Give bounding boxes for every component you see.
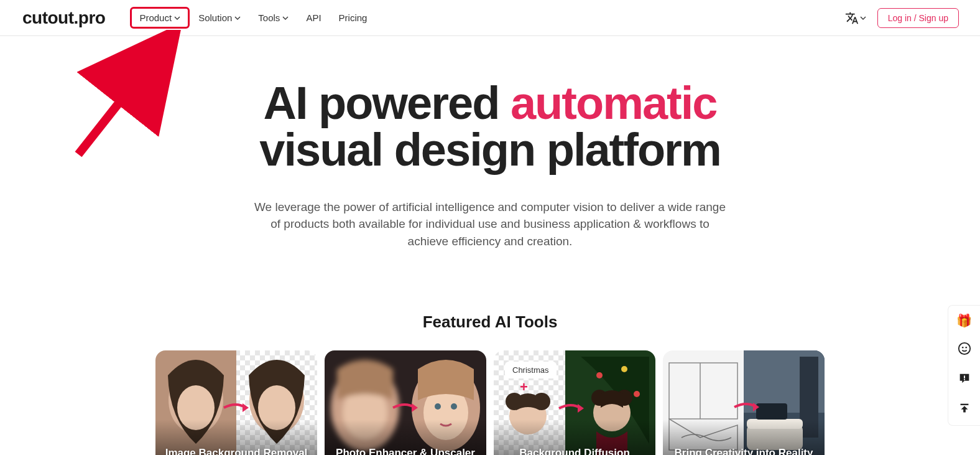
card-label: Image Background Removal: [155, 447, 317, 455]
hero-title-part2: visual design platform: [259, 124, 720, 176]
scroll-top-icon[interactable]: [958, 401, 971, 418]
card-label: Background Diffusion: [494, 447, 655, 455]
chevron-down-icon: [234, 16, 241, 20]
login-signup-button[interactable]: Log in / Sign up: [877, 8, 959, 28]
hero-title-part1: AI powered: [264, 77, 511, 129]
nav-item-solution[interactable]: Solution: [190, 7, 249, 28]
card-enhancer[interactable]: Photo Enhancer & Upscaler: [325, 350, 486, 455]
gift-icon[interactable]: 🎁: [956, 313, 972, 328]
nav-item-label: Product: [139, 12, 172, 23]
nav-item-tools[interactable]: Tools: [249, 7, 297, 28]
card-bg-removal[interactable]: Image Background Removal: [155, 350, 317, 455]
logo[interactable]: cutout.pro: [22, 8, 105, 28]
cards-row: Image Background Removal Photo Enhancer …: [0, 350, 980, 455]
hero-title: AI powered automatic visual design platf…: [210, 80, 770, 174]
card-bg-diffusion[interactable]: Christmas + Background Diffusion: [494, 350, 655, 455]
top-nav: cutout.pro Product Solution Tools API Pr…: [0, 0, 980, 36]
chevron-down-icon: [174, 16, 180, 20]
nav-item-product[interactable]: Product: [130, 7, 190, 29]
arrow-right-icon: [390, 398, 421, 417]
card-creativity[interactable]: Bring Creativity into Reality: [663, 350, 825, 455]
svg-rect-49: [964, 379, 965, 380]
face-icon[interactable]: [958, 342, 971, 358]
hero: AI powered automatic visual design platf…: [0, 36, 980, 269]
card-label: Photo Enhancer & Upscaler: [325, 447, 486, 455]
svg-rect-48: [964, 375, 965, 378]
section-title: Featured AI Tools: [0, 312, 980, 332]
chevron-down-icon: [860, 16, 866, 20]
side-widgets: 🎁: [948, 305, 980, 426]
nav-item-pricing[interactable]: Pricing: [330, 7, 376, 28]
arrow-right-icon: [556, 399, 587, 418]
nav-right: Log in / Sign up: [845, 8, 959, 28]
language-selector[interactable]: [845, 11, 866, 25]
svg-point-45: [958, 343, 969, 354]
nav-item-label: Pricing: [339, 12, 368, 23]
card-badge: Christmas: [505, 362, 557, 378]
card-label: Bring Creativity into Reality: [663, 447, 825, 455]
plus-icon: +: [520, 379, 528, 395]
svg-point-47: [965, 347, 967, 349]
hero-title-accent: automatic: [511, 77, 717, 129]
nav-item-label: Solution: [198, 12, 232, 23]
hero-subtitle: We leverage the power of artificial inte…: [254, 199, 726, 250]
feedback-icon[interactable]: [958, 372, 971, 388]
nav-item-label: API: [306, 12, 321, 23]
svg-point-46: [961, 347, 963, 349]
svg-rect-50: [960, 404, 968, 405]
translate-icon: [845, 11, 859, 25]
chevron-down-icon: [282, 16, 289, 20]
nav-item-api[interactable]: API: [297, 7, 330, 28]
arrow-right-icon: [731, 398, 762, 416]
nav-item-label: Tools: [258, 12, 280, 23]
nav-items: Product Solution Tools API Pricing: [130, 7, 376, 29]
arrow-right-icon: [221, 398, 252, 417]
